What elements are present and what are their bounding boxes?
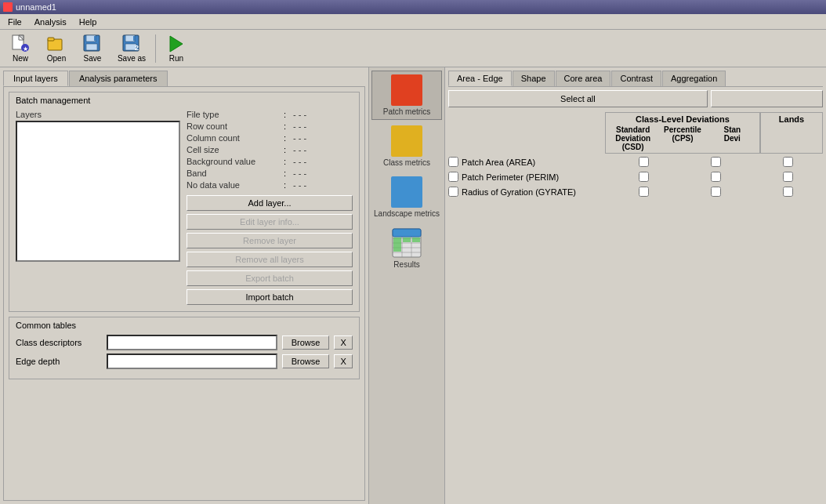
layers-listbox[interactable] (16, 121, 180, 262)
metrics-table: Class-Level Deviations StandardDeviation… (448, 112, 823, 501)
patch-area-cell: Patch Area (AREA) (448, 157, 605, 167)
remove-layer-button[interactable]: Remove layer (187, 233, 353, 248)
export-batch-button[interactable]: Export batch (187, 270, 353, 286)
patch-metrics-button[interactable]: Patch metrics (371, 71, 442, 120)
svg-rect-28 (393, 242, 401, 247)
save-as-label: Save as (118, 54, 146, 63)
tab-contrast[interactable]: Contrast (611, 71, 661, 86)
remove-all-layers-button[interactable]: Remove all layers (187, 252, 353, 267)
svg-rect-25 (393, 237, 401, 242)
edit-layer-button[interactable]: Edit layer info... (187, 214, 353, 230)
patch-perim-csd-checkbox[interactable] (639, 172, 649, 182)
landscape-metrics-button[interactable]: Landscape metrics (371, 172, 442, 222)
radius-gyration-csd-checkbox[interactable] (639, 187, 649, 197)
patch-area-csd-checkbox[interactable] (639, 157, 649, 167)
class-desc-browse-button[interactable]: Browse (282, 335, 329, 350)
radius-gyration-stan-checkbox[interactable] (783, 187, 793, 197)
svg-rect-27 (412, 237, 420, 242)
col-count-value: - - - (293, 133, 306, 143)
left-panel-content: Batch management Layers File type : - - … (3, 86, 365, 501)
file-type-label: File type (187, 110, 281, 119)
info-col-count: Column count : - - - (187, 133, 353, 143)
metric-row-patch-area: Patch Area (AREA) (448, 157, 823, 167)
edge-depth-label: Edge depth (16, 357, 102, 366)
edge-depth-input[interactable] (107, 354, 277, 369)
radius-gyration-cps-checkbox[interactable] (711, 187, 721, 197)
class-desc-label: Class descriptors (16, 338, 102, 347)
metric-row-patch-perim: Patch Perimeter (PERIM) (448, 172, 823, 182)
common-tables-title: Common tables (16, 321, 353, 330)
no-data-label: No data value (187, 180, 281, 190)
radius-gyration-cell: Radius of Gyration (GYRATE) (448, 187, 605, 197)
file-info: File type : - - - Row count : - - - Colu… (187, 110, 353, 305)
svg-rect-9 (86, 44, 97, 50)
bg-value-label: Background value (187, 157, 281, 166)
menu-file[interactable]: File (2, 16, 28, 28)
save-button[interactable]: Save (75, 32, 110, 65)
landscape-header: Lands (760, 112, 823, 154)
info-band: Band : - - - (187, 169, 353, 178)
svg-rect-18 (393, 229, 421, 237)
class-metrics-button[interactable]: Class metrics (371, 121, 442, 171)
svg-text:★: ★ (23, 45, 28, 53)
patch-area-cps-checkbox[interactable] (711, 157, 721, 167)
class-desc-clear-button[interactable]: X (334, 335, 353, 350)
info-row-count: Row count : - - - (187, 121, 353, 131)
cell-size-label: Cell size (187, 145, 281, 154)
edge-depth-row: Edge depth Browse X (16, 354, 353, 369)
class-desc-input[interactable] (107, 335, 277, 350)
title-bar: unnamed1 (0, 0, 826, 14)
tab-aggregation[interactable]: Aggregation (662, 71, 726, 86)
tab-analysis-params[interactable]: Analysis parameters (69, 71, 168, 86)
toolbar-separator (155, 34, 156, 63)
select-all-button[interactable]: Select all (448, 90, 708, 107)
batch-inner: Layers File type : - - - Row count : (16, 110, 353, 305)
info-file-type: File type : - - - (187, 110, 353, 119)
patch-area-checkboxes (608, 157, 823, 167)
patch-area-stan-checkbox[interactable] (783, 157, 793, 167)
row-count-value: - - - (293, 121, 306, 131)
patch-perim-checkboxes (608, 172, 823, 182)
svg-rect-14 (133, 36, 135, 41)
patch-area-checkbox[interactable] (448, 157, 458, 167)
common-tables-group: Common tables Class descriptors Browse X… (9, 317, 360, 379)
batch-management-group: Batch management Layers File type : - - … (9, 92, 360, 312)
tab-area-edge[interactable]: Area - Edge (448, 71, 512, 86)
menu-help[interactable]: Help (73, 16, 103, 28)
class-level-deviations-header: Class-Level Deviations StandardDeviation… (605, 112, 760, 154)
radius-gyration-checkbox[interactable] (448, 187, 458, 197)
toolbar: ★ New Open Save (0, 30, 826, 67)
left-panel: Input layers Analysis parameters Batch m… (0, 67, 368, 504)
menu-analysis[interactable]: Analysis (28, 16, 73, 28)
new-button[interactable]: ★ New (3, 32, 38, 65)
layer-buttons: Add layer... Edit layer info... Remove l… (187, 195, 353, 305)
svg-rect-6 (48, 38, 54, 41)
import-batch-button[interactable]: Import batch (187, 289, 353, 305)
col-header-stan-devi: StanDevi (708, 125, 756, 151)
save-as-button[interactable]: 2 Save as (111, 32, 152, 65)
batch-management-title: Batch management (16, 96, 353, 105)
class-level-title: Class-Level Deviations (609, 114, 756, 124)
row-count-label: Row count (187, 121, 281, 131)
add-layer-button[interactable]: Add layer... (187, 195, 353, 211)
tab-input-layers[interactable]: Input layers (3, 71, 68, 86)
patch-perim-stan-checkbox[interactable] (783, 172, 793, 182)
app-title: unnamed1 (16, 2, 56, 12)
metrics-tab-bar: Area - Edge Shape Core area Contrast Agg… (448, 71, 823, 87)
select-all-row: Select all (448, 90, 823, 107)
edge-depth-clear-button[interactable]: X (334, 354, 353, 368)
tab-core-area[interactable]: Core area (556, 71, 611, 86)
patch-perim-checkbox[interactable] (448, 172, 458, 182)
save-label: Save (84, 54, 102, 63)
open-button[interactable]: Open (39, 32, 74, 65)
edge-depth-browse-button[interactable]: Browse (282, 354, 329, 368)
patch-perim-cps-checkbox[interactable] (711, 172, 721, 182)
no-data-value: - - - (293, 180, 306, 190)
radius-gyration-checkboxes (608, 187, 823, 197)
deselect-all-button[interactable] (711, 90, 823, 107)
results-button[interactable]: Results (371, 223, 442, 273)
tab-shape[interactable]: Shape (513, 71, 555, 86)
deviations-header: Class-Level Deviations StandardDeviation… (605, 112, 823, 154)
info-no-data: No data value : - - - (187, 180, 353, 190)
run-button[interactable]: Run (159, 32, 194, 65)
